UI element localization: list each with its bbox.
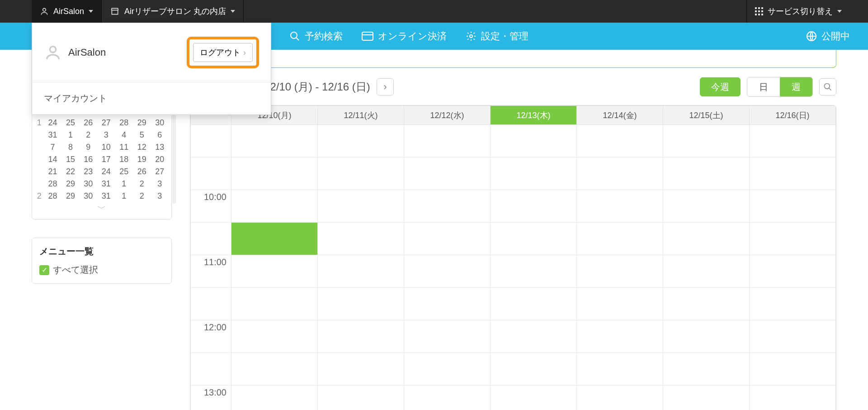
mini-cal-day[interactable]: 30 [80, 178, 97, 190]
mini-cal-day[interactable]: 20 [151, 153, 169, 166]
mini-cal-day[interactable]: 16 [80, 153, 97, 166]
calendar-cell[interactable] [491, 288, 577, 320]
calendar-cell[interactable] [663, 353, 750, 386]
calendar-cell[interactable] [318, 353, 404, 386]
calendar-cell[interactable] [404, 125, 491, 157]
mini-cal-day[interactable]: 29 [61, 178, 79, 190]
calendar-cell[interactable] [318, 125, 404, 157]
mini-cal-day[interactable]: 19 [133, 153, 151, 166]
mini-cal-day[interactable]: 22 [61, 166, 79, 178]
nav-settings[interactable]: 設定・管理 [466, 30, 528, 43]
mini-cal-day[interactable]: 31 [44, 129, 61, 141]
calendar-cell[interactable] [404, 223, 491, 255]
my-account-link[interactable]: マイアカウント [32, 82, 271, 114]
mini-cal-day[interactable]: 7 [44, 141, 61, 153]
day-header[interactable]: 12/15(土) [663, 106, 750, 125]
calendar-cell[interactable] [750, 255, 836, 288]
mini-cal-day[interactable]: 3 [97, 129, 115, 141]
calendar-cell[interactable] [663, 157, 750, 190]
mini-cal-day[interactable]: 28 [44, 190, 61, 202]
mini-cal-day[interactable]: 28 [44, 178, 61, 190]
mini-cal-day[interactable]: 30 [151, 117, 169, 129]
mini-cal-day[interactable]: 13 [151, 141, 169, 153]
mini-cal-day[interactable]: 6 [151, 129, 169, 141]
select-all-checkbox[interactable]: ✓ すべて選択 [39, 264, 164, 276]
mini-cal-day[interactable]: 27 [97, 117, 115, 129]
calendar-cell[interactable] [404, 386, 491, 410]
calendar-cell[interactable] [318, 190, 404, 223]
calendar-cell[interactable] [577, 255, 663, 288]
calendar-cell[interactable] [231, 353, 318, 386]
calendar-cell[interactable] [404, 255, 491, 288]
mini-cal-day[interactable]: 27 [151, 166, 169, 178]
mini-cal-day[interactable]: 17 [97, 153, 115, 166]
calendar-cell[interactable] [318, 157, 404, 190]
calendar-cell[interactable] [663, 190, 750, 223]
calendar-cell[interactable] [231, 157, 318, 190]
calendar-cell[interactable] [318, 320, 404, 353]
mini-cal-day[interactable]: 28 [115, 117, 133, 129]
mini-cal-day[interactable]: 30 [80, 190, 97, 202]
mini-cal-day[interactable]: 24 [97, 166, 115, 178]
calendar-cell[interactable] [318, 223, 404, 255]
mini-cal-day[interactable]: 10 [97, 141, 115, 153]
calendar-cell[interactable] [404, 190, 491, 223]
calendar-cell[interactable] [491, 320, 577, 353]
mini-cal-day[interactable]: 25 [61, 117, 79, 129]
calendar-cell[interactable] [750, 190, 836, 223]
calendar-cell[interactable] [491, 255, 577, 288]
calendar-cell[interactable] [404, 320, 491, 353]
calendar-cell[interactable] [231, 320, 318, 353]
day-header[interactable]: 12/12(水) [404, 106, 491, 125]
mini-cal-next[interactable]: ﹀ [35, 202, 169, 215]
segment-day[interactable]: 日 [747, 77, 780, 96]
nav-search[interactable]: 予約検索 [289, 30, 343, 43]
calendar-cell[interactable] [750, 157, 836, 190]
day-header[interactable]: 12/14(金) [577, 106, 663, 125]
calendar-cell[interactable] [750, 320, 836, 353]
calendar-cell[interactable] [491, 223, 577, 255]
mini-cal-day[interactable]: 31 [97, 178, 115, 190]
topbar-account[interactable]: AirSalon [32, 0, 102, 23]
calendar-cell[interactable] [318, 255, 404, 288]
mini-cal-day[interactable]: 14 [44, 153, 61, 166]
mini-cal-day[interactable]: 31 [97, 190, 115, 202]
mini-cal-day[interactable]: 1 [115, 190, 133, 202]
this-week-button[interactable]: 今週 [700, 77, 741, 96]
calendar-cell[interactable] [750, 386, 836, 410]
calendar-cell[interactable] [750, 223, 836, 255]
calendar-cell[interactable] [231, 125, 318, 157]
calendar-cell[interactable] [491, 157, 577, 190]
mini-cal-day[interactable]: 21 [44, 166, 61, 178]
next-week-button[interactable]: › [377, 78, 394, 95]
mini-cal-day[interactable]: 23 [80, 166, 97, 178]
calendar-cell[interactable] [404, 157, 491, 190]
calendar-cell[interactable] [577, 223, 663, 255]
calendar-cell[interactable] [663, 125, 750, 157]
calendar-cell[interactable] [577, 157, 663, 190]
calendar-cell[interactable] [491, 125, 577, 157]
calendar-cell[interactable] [318, 288, 404, 320]
calendar-cell[interactable] [750, 288, 836, 320]
day-header[interactable]: 12/11(火) [318, 106, 404, 125]
nav-publish-status[interactable]: 公開中 [806, 30, 850, 43]
mini-cal-day[interactable]: 18 [115, 153, 133, 166]
calendar-cell[interactable] [750, 125, 836, 157]
calendar-cell[interactable] [231, 190, 318, 223]
calendar-cell[interactable] [577, 190, 663, 223]
mini-cal-day[interactable]: 29 [61, 190, 79, 202]
calendar-cell[interactable] [750, 353, 836, 386]
calendar-search-button[interactable] [819, 78, 836, 95]
mini-cal-day[interactable]: 15 [61, 153, 79, 166]
mini-cal-day[interactable]: 24 [44, 117, 61, 129]
calendar-cell[interactable] [231, 288, 318, 320]
mini-cal-day[interactable]: 2 [80, 129, 97, 141]
mini-cal-day[interactable]: 9 [80, 141, 97, 153]
topbar-service-switch[interactable]: サービス切り替え [746, 0, 850, 23]
logout-button[interactable]: ログアウト › [193, 43, 253, 62]
mini-cal-day[interactable]: 3 [151, 190, 169, 202]
calendar-cell[interactable] [318, 386, 404, 410]
calendar-cell[interactable] [577, 125, 663, 157]
calendar-cell[interactable] [663, 223, 750, 255]
mini-cal-day[interactable]: 11 [115, 141, 133, 153]
